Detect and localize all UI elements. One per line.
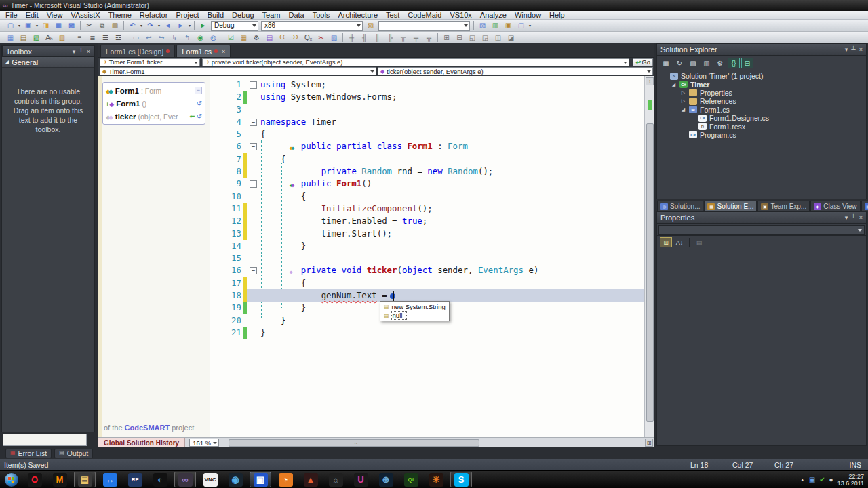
intellisense-popup[interactable]: ▤new System.String▤null (380, 301, 450, 321)
menu-vassistx[interactable]: VAssistX (66, 11, 104, 19)
uncomment-button[interactable]: ☲ (113, 33, 124, 43)
edit-tool-5[interactable]: ↰ (182, 33, 193, 43)
code-line-9[interactable]: 9−+◆public Form1() (210, 178, 644, 190)
vax-context-combo[interactable]: ➔ Timer.Form1.ticker (100, 58, 200, 66)
dropdown-arrow-icon[interactable]: ▾ (187, 23, 192, 28)
tree-item-form1-cs[interactable]: ◢▭Form1.cs (657, 106, 866, 114)
panel-tab-class-view[interactable]: ◆Class View (810, 201, 860, 211)
code-line-12[interactable]: 12timer.Enabled = true; (210, 215, 644, 227)
edit-tool-4[interactable]: ↳ (169, 33, 180, 43)
panel-tab-solution-[interactable]: ◎Solution... (657, 201, 703, 211)
navigate-back-arrow-icon[interactable]: ⬅ (189, 113, 195, 120)
dropdown-arrow-icon[interactable]: ▾ (157, 23, 161, 28)
code-line-3[interactable]: 3 (210, 104, 644, 116)
tree-item-properties[interactable]: ▷Properties (657, 89, 866, 97)
bottom-tab-output[interactable]: ▤Output (54, 449, 93, 458)
tree-item-program-cs[interactable]: C#Program.cs (657, 131, 866, 139)
find-in-files-button[interactable]: ▧ (365, 20, 376, 30)
menu-edit[interactable]: Edit (22, 11, 43, 19)
prop-categorized-button[interactable]: ⊞ (660, 237, 672, 247)
save-all-button[interactable]: ▩ (66, 20, 77, 30)
bottom-tab-error-list[interactable]: ▦Error List (5, 449, 52, 458)
prop-close-icon[interactable]: × (859, 214, 863, 221)
qt-icon[interactable]: Qt (400, 472, 422, 487)
panel-tab-solution-e-[interactable]: ▦Solution E... (704, 201, 757, 211)
dropdown-arrow-icon[interactable]: ▾ (528, 23, 532, 28)
dropdown-arrow-icon[interactable]: ▾ (139, 23, 144, 28)
indent-increase-button[interactable]: ≣ (87, 33, 98, 43)
code-line-15[interactable]: 15 (210, 252, 644, 264)
fold-collapse-icon[interactable]: − (250, 119, 257, 126)
align-tool-1[interactable]: ╫ (346, 33, 357, 43)
splitter-handle[interactable]: ↕ (646, 77, 654, 85)
start-button[interactable] (3, 472, 20, 487)
toolbox-close-icon[interactable]: × (87, 48, 90, 55)
code-line-11[interactable]: 11InitializeComponent(); (210, 203, 644, 215)
split-box[interactable]: ⊞ (645, 439, 653, 447)
teamviewer-icon[interactable]: ↔ (99, 472, 121, 487)
edit-tool-6[interactable]: ◉ (195, 33, 206, 43)
media-icon[interactable]: ▲ (300, 472, 321, 487)
menu-refactor[interactable]: Refactor (136, 11, 172, 19)
hand-icon[interactable]: ☀ (425, 472, 447, 487)
tray-security-icon[interactable]: ✔ (819, 476, 825, 483)
toolbox-group-general[interactable]: ◢ General (2, 57, 94, 68)
prop-menu-icon[interactable]: ▾ (845, 214, 848, 221)
members-combo[interactable]: ◆ ticker(object sender, EventArgs e) (378, 67, 653, 75)
va-rename-button[interactable]: Aₕ (43, 33, 55, 43)
navigate-forward-button[interactable]: ► (175, 20, 186, 30)
se-show-all-files-button[interactable]: ▦ (660, 58, 672, 68)
tray-expand-icon[interactable]: ▲ (800, 477, 805, 482)
se-pin-icon[interactable]: ┴ (851, 46, 855, 53)
find-next-button[interactable]: ▨ (477, 20, 488, 30)
codemap-row-form1[interactable]: ◆◆Form1 : Form− (103, 84, 205, 97)
align-tool-4[interactable]: ╠ (384, 33, 396, 43)
tree-item-timer[interactable]: ◢C#Timer (657, 80, 866, 88)
menu-vs10x[interactable]: VS10x (446, 11, 475, 19)
history-icon[interactable]: ↺ (197, 100, 202, 107)
se-collapse-braces-button[interactable]: {} (728, 58, 740, 68)
code-line-13[interactable]: 13timer.Start(); (210, 228, 644, 240)
se-properties-button[interactable]: ▤ (687, 58, 699, 68)
code-line-1[interactable]: 1−using System; (210, 79, 644, 91)
sphere-icon[interactable]: ◐ (149, 472, 171, 487)
solution-explorer-button[interactable]: ▣ (502, 20, 514, 30)
align-tool-3[interactable]: ║ (372, 33, 383, 43)
expanded-arrow-icon[interactable]: ◢ (671, 82, 677, 87)
code-line-5[interactable]: 5{ (210, 128, 644, 140)
code-line-14[interactable]: 14} (210, 240, 644, 252)
fold-collapse-icon[interactable]: − (250, 143, 257, 150)
globe-icon[interactable]: ⊕ (375, 472, 397, 487)
document-tab-form1-cs-design-[interactable]: Form1.cs [Design] (100, 45, 175, 57)
size-tool-2[interactable]: ⊟ (454, 33, 465, 43)
fold-collapse-icon[interactable]: − (250, 81, 257, 89)
skype-icon[interactable]: S (450, 472, 472, 487)
copy-button[interactable]: ⧉ (96, 20, 108, 30)
vax-definition-combo[interactable]: ➔ private void ticker(object sender, Eve… (202, 58, 629, 66)
find-combo[interactable] (378, 21, 470, 30)
va-refactor-button[interactable]: ▧ (31, 33, 42, 43)
menu-window[interactable]: Window (511, 11, 545, 19)
rf-icon[interactable]: RF (124, 472, 146, 487)
redo-button[interactable]: ↷ (144, 20, 156, 30)
prop-alphabetical-button[interactable]: A↓ (673, 237, 686, 247)
types-combo[interactable]: ◆ Timer.Form1 (100, 67, 376, 75)
panel-tab-team-exp-[interactable]: ▣Team Exp... (757, 201, 810, 211)
solution-platforms-combo[interactable]: x86 (261, 21, 363, 30)
dropdown-arrow-icon[interactable]: ▾ (17, 23, 22, 28)
code-line-17[interactable]: 17{ (210, 277, 644, 289)
code-line-7[interactable]: 7{ (210, 153, 644, 165)
code-line-2[interactable]: 2using System.Windows.Forms; (210, 91, 644, 103)
menu-help[interactable]: Help (545, 11, 569, 19)
prop-pages-button[interactable]: ▤ (693, 237, 705, 247)
menu-debug[interactable]: Debug (228, 11, 258, 19)
open-file-button[interactable]: ◨ (40, 20, 52, 30)
cut-button[interactable]: ✂ (83, 20, 95, 30)
intellisense-item[interactable]: ▤new System.String (381, 302, 448, 311)
vax-go-button[interactable]: ↩ Go (633, 58, 653, 66)
history-icon[interactable]: ↺ (197, 113, 202, 120)
code-line-18[interactable]: 18genNum.Text = (210, 289, 644, 302)
blue-app-icon[interactable]: ▣ (250, 472, 271, 487)
prop-pin-icon[interactable]: ┴ (851, 214, 855, 221)
menu-team[interactable]: Team (258, 11, 285, 19)
